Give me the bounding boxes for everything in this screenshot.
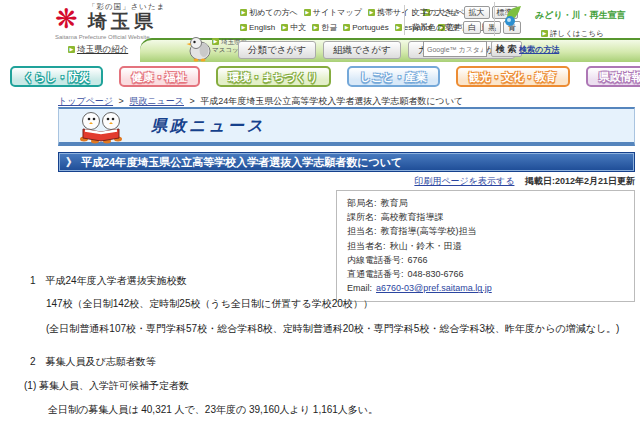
- arrow-icon: ▶: [68, 46, 75, 53]
- arrow-icon: ▶: [281, 24, 288, 31]
- green-declaration-title: みどり・川・再生宣言: [535, 9, 626, 22]
- news-banner: 県政ニュース: [58, 107, 635, 146]
- breadcrumb-news-link[interactable]: 県政ニュース: [129, 96, 184, 106]
- arrow-icon: ▶: [312, 24, 319, 31]
- article-title-bar: 》平成24年度埼玉県公立高等学校入学者選抜入学志願者数について: [58, 152, 635, 172]
- arrow-icon: ▶: [368, 9, 375, 16]
- arrow-icon: ▶: [212, 38, 219, 45]
- article-body: 1 平成24年度入学者選抜実施校数 147校（全日制142校、定時制25校（うち…: [30, 274, 632, 426]
- bg-color-label: 背景色の変更: [412, 23, 460, 32]
- top-header: ❋ 「彩の国」さいたま 埼玉県 Saitama Prefecture Offic…: [0, 0, 640, 38]
- section2-subheading: (1) 募集人員、入学許可候補予定者数: [24, 379, 632, 393]
- news-mascot-icon: [75, 111, 131, 147]
- kobaton-mascot-icon: [186, 34, 214, 64]
- contact-row-bureau: 部局名:教育局: [347, 196, 624, 210]
- breadcrumb-separator: >: [190, 96, 195, 106]
- link-portuguese[interactable]: ▶Português: [343, 23, 388, 32]
- news-banner-title: 県政ニュース: [151, 109, 266, 143]
- search-input[interactable]: [423, 41, 487, 57]
- nav-tab-kurashi-bousai[interactable]: くらし・防災: [10, 66, 103, 87]
- article-title: 平成24年度埼玉県公立高等学校入学者選抜入学志願者数について: [81, 156, 402, 168]
- bg-white-button[interactable]: 白: [463, 21, 481, 34]
- contact-row-division: 課所名:高校教育指導課: [347, 210, 624, 224]
- search-by-organization-button[interactable]: 組織でさがす: [323, 41, 401, 59]
- contact-row-section: 担当名:教育指導(高等学校)担当: [347, 224, 624, 238]
- nav-tab-kankyou-machi[interactable]: 環境・まちづくり: [216, 66, 331, 87]
- link-sitemap[interactable]: ▶サイトマップ: [304, 8, 362, 17]
- section2-heading: 2 募集人員及び志願者数等: [30, 355, 632, 369]
- nav-tab-shigoto-sangyou[interactable]: しごと・産業: [347, 66, 440, 87]
- print-page-link[interactable]: 印刷用ページを表示する: [414, 176, 514, 186]
- article-meta: 印刷用ページを表示する 掲載日:2012年2月21日更新: [58, 175, 635, 188]
- nav-tab-kankou-bunka[interactable]: 観光・文化・教育: [456, 66, 570, 87]
- link-chinese[interactable]: ▶中文: [281, 23, 306, 32]
- font-size-enlarge-button[interactable]: 拡大: [464, 6, 490, 19]
- section1-line1: 147校（全日制142校、定時制25校（うち全日制に併置する学校20校））: [46, 297, 632, 311]
- font-size-label: 文字の大きさ: [412, 8, 461, 17]
- green-declaration-icon: [501, 2, 535, 28]
- search-help-link[interactable]: 検索の方法: [519, 44, 559, 55]
- section1-line2: (全日制普通科107校・専門学科57校・総合学科8校、定時制普通科20校・専門学…: [46, 322, 632, 336]
- arrow-icon: ▶: [304, 9, 311, 16]
- breadcrumb-home-link[interactable]: トップページ: [58, 96, 113, 106]
- link-english[interactable]: ▶English: [240, 23, 275, 32]
- section1-heading: 1 平成24年度入学者選抜実施校数: [30, 274, 632, 288]
- arrow-icon: ▶: [343, 24, 350, 31]
- site-name: 埼玉県: [88, 12, 185, 32]
- green-declaration-banner[interactable]: みどり・川・再生宣言 ▶詳しくはこちら: [494, 2, 640, 36]
- breadcrumb-separator: >: [119, 96, 124, 106]
- prefecture-flower-icon: ❋: [55, 6, 78, 33]
- arrow-icon: ▶: [240, 24, 247, 31]
- arrow-icon: ▶: [541, 30, 548, 37]
- arrow-icon: ▶: [240, 9, 247, 16]
- publish-date: 掲載日:2012年2月21日更新: [525, 176, 635, 186]
- quick-links: ▶初めての方へ▶サイトマップ▶携帯サイト▶こどもページ ▶English▶中文▶…: [240, 5, 405, 35]
- double-angle-icon: 》: [66, 156, 77, 168]
- link-korean[interactable]: ▶한글: [312, 23, 337, 32]
- intro-link[interactable]: ▶埼玉県の紹介: [68, 44, 128, 56]
- arrow-icon: ▶: [395, 24, 402, 31]
- category-nav-tabs: くらし・防災 健康・福祉 環境・まちづくり しごと・産業 観光・文化・教育 県政…: [10, 66, 640, 87]
- section2-line1: 全日制の募集人員は 40,321 人で、23年度の 39,160人より 1,16…: [48, 403, 632, 417]
- nav-tab-kenkou-fukushi[interactable]: 健康・福祉: [119, 66, 200, 87]
- search-button[interactable]: 検 索: [491, 41, 522, 57]
- breadcrumb-current: 平成24年度埼玉県公立高等学校入学者選抜入学志願者数について: [200, 96, 463, 106]
- contact-row-extension: 内線電話番号:6766: [347, 253, 624, 267]
- site-logo[interactable]: ❋ 「彩の国」さいたま 埼玉県 Saitama Prefecture Offic…: [55, 2, 185, 40]
- link-first-time[interactable]: ▶初めての方へ: [240, 8, 298, 17]
- contact-row-staff: 担当者名:秋山・鈴木・田邉: [347, 239, 624, 253]
- search-by-category-button[interactable]: 分類でさがす: [238, 41, 316, 59]
- nav-tab-kensei-joho[interactable]: 県政情報・統計: [586, 66, 640, 87]
